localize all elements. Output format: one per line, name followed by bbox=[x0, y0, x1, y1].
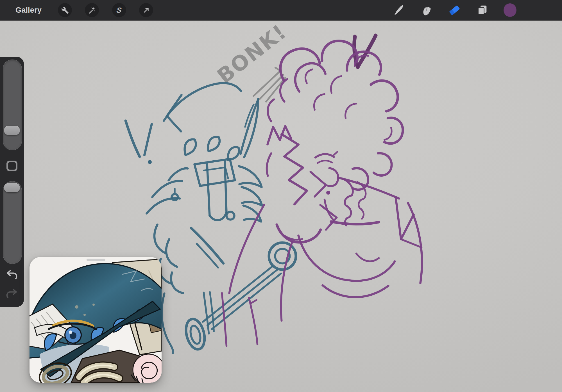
brush-icon bbox=[393, 4, 406, 17]
modify-button[interactable] bbox=[6, 161, 17, 171]
reference-panel[interactable] bbox=[30, 257, 162, 383]
magic-wand-icon bbox=[88, 6, 96, 14]
reference-drag-handle[interactable] bbox=[87, 259, 105, 261]
adjustments-button[interactable] bbox=[85, 3, 99, 17]
eraser-tool-button[interactable] bbox=[447, 3, 461, 17]
selection-s-icon: S bbox=[116, 6, 122, 15]
gallery-button[interactable]: Gallery bbox=[15, 0, 42, 20]
procreate-window: BONK! bbox=[0, 0, 562, 392]
actions-button[interactable] bbox=[58, 3, 72, 17]
color-swatch-button[interactable] bbox=[503, 3, 517, 17]
eraser-icon-active bbox=[448, 3, 461, 17]
redo-button[interactable] bbox=[5, 287, 19, 299]
sketch-gray-annotations: BONK! bbox=[212, 19, 291, 102]
brush-size-handle[interactable] bbox=[4, 126, 20, 135]
brush-tool-button[interactable] bbox=[392, 3, 406, 17]
brush-size-slider[interactable] bbox=[3, 60, 22, 150]
transform-arrow-icon bbox=[142, 6, 150, 14]
top-toolbar: Gallery S bbox=[0, 0, 562, 20]
undo-icon bbox=[6, 269, 17, 279]
wrench-icon bbox=[61, 6, 69, 14]
opacity-handle[interactable] bbox=[4, 183, 20, 192]
brush-sidebar bbox=[0, 57, 24, 307]
reference-image bbox=[30, 257, 162, 383]
undo-button[interactable] bbox=[5, 268, 19, 281]
active-color-swatch bbox=[503, 3, 517, 17]
smudge-tool-button[interactable] bbox=[420, 3, 434, 17]
layers-icon bbox=[476, 4, 489, 17]
smudge-icon bbox=[420, 4, 433, 17]
opacity-slider[interactable] bbox=[3, 181, 22, 264]
redo-icon bbox=[6, 288, 17, 298]
layers-button[interactable] bbox=[475, 3, 489, 17]
transform-button[interactable] bbox=[139, 3, 153, 17]
selection-button[interactable]: S bbox=[112, 3, 126, 17]
